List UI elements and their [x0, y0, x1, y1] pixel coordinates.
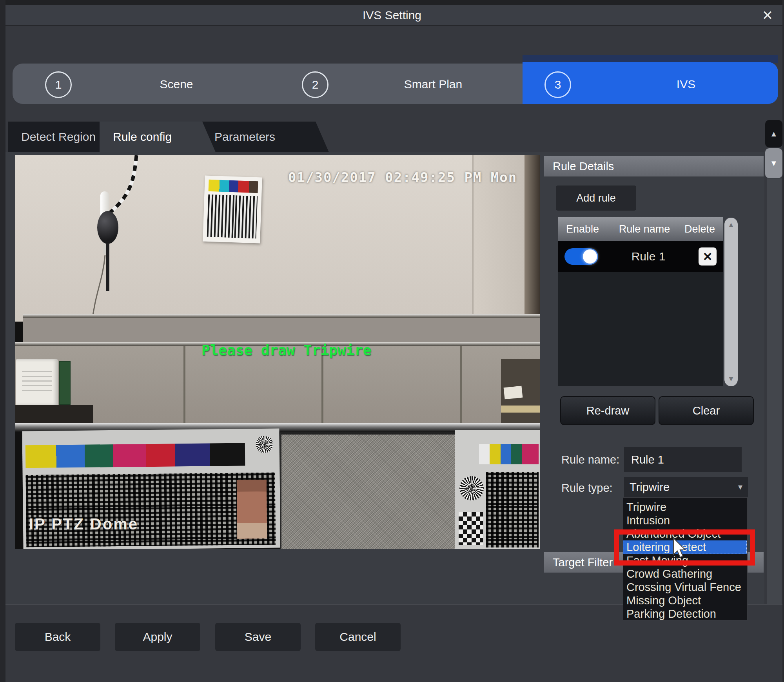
- cubicle-seam: [460, 346, 462, 424]
- desk-paper: [504, 386, 523, 400]
- monitor-text-lines: [22, 371, 52, 395]
- video-preview[interactable]: 01/30/2017 02:49:25 PM Mon Please draw T…: [15, 155, 540, 549]
- rule-details-header: Rule Details: [544, 156, 764, 176]
- toggle-knob: [583, 249, 597, 264]
- dome-pole: [106, 243, 109, 291]
- rule-name-label: Rule name:: [561, 453, 619, 466]
- column-rule-name: Rule name: [613, 223, 676, 235]
- dropdown-option-abandoned-object[interactable]: Abandoned Object: [623, 527, 747, 540]
- dropdown-option-parking-detection[interactable]: Parking Detection: [623, 607, 747, 620]
- rule-table-header: Enable Rule name Delete: [558, 217, 723, 241]
- sunburst-pattern-icon: [459, 476, 484, 500]
- star-pattern-icon: [256, 436, 273, 453]
- target-filter-title: Target Filter: [553, 556, 613, 569]
- test-chart-right-pattern: [486, 472, 539, 547]
- panel-scroll-down-icon[interactable]: ▼: [765, 148, 782, 178]
- dropdown-option-intrusion[interactable]: Intrusion: [623, 514, 747, 527]
- test-chart-photo-thumb: [237, 480, 267, 539]
- rule-details-title: Rule Details: [553, 160, 614, 173]
- circuit-board: [59, 361, 71, 405]
- window-right-edge: [782, 0, 784, 682]
- column-enable: Enable: [566, 223, 613, 235]
- panel-scroll-up-icon[interactable]: ▲: [765, 120, 782, 147]
- dropdown-option-crowd-gathering[interactable]: Crowd Gathering: [623, 567, 747, 580]
- wizard-step-3-label[interactable]: IVS: [651, 78, 721, 91]
- redraw-button[interactable]: Re-draw: [560, 396, 655, 425]
- column-delete: Delete: [676, 223, 715, 235]
- wizard-step-1-number: 1: [55, 78, 62, 91]
- scroll-up-icon[interactable]: ▲: [728, 221, 735, 229]
- dropdown-option-tripwire[interactable]: Tripwire: [623, 500, 747, 514]
- desk-surface: [501, 406, 540, 413]
- rule-table-row[interactable]: Rule 1 ✕: [558, 241, 723, 272]
- video-timestamp: 01/30/2017 02:49:25 PM Mon: [288, 169, 517, 185]
- window-top-edge: [0, 0, 784, 5]
- rule-row-name: Rule 1: [598, 250, 699, 263]
- tab-rule-config[interactable]: Rule config: [100, 122, 216, 152]
- cubicle-seam: [183, 346, 185, 424]
- rule-table-scrollbar[interactable]: ▲ ▼: [724, 218, 738, 386]
- add-rule-button[interactable]: Add rule: [556, 186, 636, 211]
- test-chart-right: [455, 430, 540, 549]
- rule-type-value: Tripwire: [630, 481, 670, 494]
- close-icon[interactable]: ✕: [759, 7, 776, 24]
- rule-type-label: Rule type:: [561, 482, 613, 495]
- dropdown-option-fast-moving[interactable]: Fast Moving: [623, 554, 747, 567]
- cancel-button[interactable]: Cancel: [315, 623, 401, 651]
- cubicle-rail-far: [23, 314, 540, 318]
- dome-camera-object: [97, 211, 118, 244]
- checkerboard-pattern: [459, 512, 483, 545]
- apply-button[interactable]: Apply: [115, 623, 200, 651]
- window-left-edge: [0, 0, 5, 682]
- tab-parameters[interactable]: Parameters: [201, 122, 329, 152]
- desk-clutter-right: [501, 359, 540, 424]
- rule-type-dropdown: Tripwire Intrusion Abandoned Object Loit…: [623, 497, 748, 620]
- panel-scrollbar-track[interactable]: [767, 178, 782, 604]
- dialog-title: IVS Setting: [0, 9, 784, 22]
- dropdown-option-missing-object[interactable]: Missing Object: [623, 594, 747, 607]
- test-chart-right-colorbar: [479, 444, 539, 464]
- wizard-step-3-number: 3: [555, 78, 561, 91]
- test-chart-left-colorbar: [25, 443, 245, 468]
- wizard-step-2-number: 2: [312, 78, 319, 91]
- wizard-step-2-label[interactable]: Smart Plan: [392, 78, 474, 91]
- scroll-down-icon[interactable]: ▼: [728, 375, 735, 383]
- wizard-step-2-circle[interactable]: 2: [302, 71, 328, 98]
- draw-tripwire-hint: Please draw Tripwire: [201, 342, 371, 358]
- camera-name-label: IP PTZ Dome: [29, 515, 138, 533]
- monitor: [16, 359, 58, 406]
- ivs-setting-dialog: IVS Setting ✕ 1 Scene 2 Smart Plan 3 IVS…: [0, 0, 784, 682]
- dropdown-option-crossing-virtual-fence[interactable]: Crossing Virtual Fence: [623, 580, 747, 594]
- wizard-step-3-circle[interactable]: 3: [544, 71, 571, 98]
- delete-rule-button[interactable]: ✕: [699, 247, 717, 266]
- fabric-partition-center: [280, 432, 462, 549]
- rule-enable-toggle[interactable]: [564, 248, 598, 265]
- rule-type-select[interactable]: Tripwire ▾: [624, 477, 748, 497]
- back-button[interactable]: Back: [15, 623, 100, 651]
- clear-button[interactable]: Clear: [659, 396, 754, 425]
- wizard-step-1-circle[interactable]: 1: [45, 71, 72, 98]
- dropdown-option-loitering-detect[interactable]: Loitering Detect: [623, 540, 747, 554]
- cubicle-panel-far: [23, 318, 540, 342]
- wizard-active-shadow: [523, 55, 778, 63]
- wizard-step-1-label[interactable]: Scene: [141, 78, 212, 91]
- save-button[interactable]: Save: [215, 623, 301, 651]
- rule-name-input[interactable]: [624, 447, 742, 472]
- chevron-down-icon: ▾: [738, 482, 742, 492]
